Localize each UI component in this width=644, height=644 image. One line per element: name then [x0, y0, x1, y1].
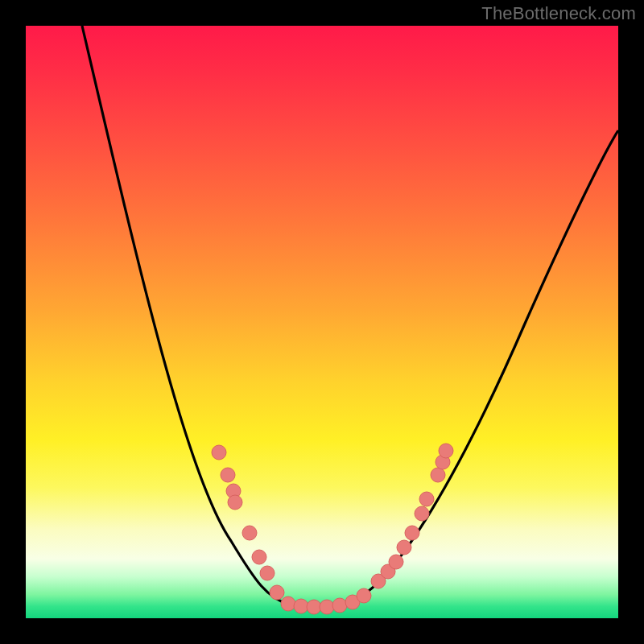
chart-frame: TheBottleneck.com — [0, 0, 644, 644]
data-dots — [212, 444, 453, 614]
data-dot — [212, 445, 226, 460]
data-dot — [419, 492, 434, 506]
data-dot — [228, 495, 242, 510]
data-dot — [415, 506, 429, 521]
data-dot — [281, 597, 295, 611]
watermark-text: TheBottleneck.com — [481, 3, 636, 24]
plot-area — [26, 26, 618, 618]
data-dot — [389, 555, 403, 569]
data-dot — [260, 566, 275, 580]
data-dot — [405, 526, 419, 540]
data-dot — [294, 599, 308, 613]
bottleneck-curve — [82, 26, 618, 607]
data-dot — [332, 598, 347, 613]
data-dot — [320, 600, 334, 614]
data-dot — [252, 550, 266, 564]
curve-svg — [26, 26, 618, 618]
data-dot — [357, 588, 371, 603]
data-dot — [242, 526, 257, 540]
data-dot — [397, 540, 411, 555]
data-dot — [270, 585, 284, 600]
data-dot — [307, 600, 321, 614]
data-dot — [439, 444, 453, 458]
data-dot — [431, 468, 445, 482]
data-dot — [221, 468, 235, 482]
